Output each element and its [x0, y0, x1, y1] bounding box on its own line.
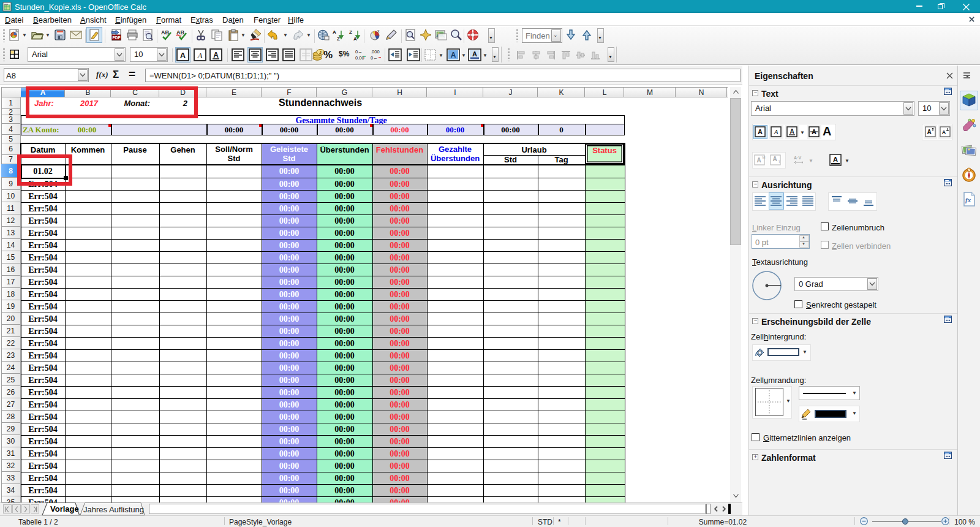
svg-text:fx: fx — [965, 196, 971, 203]
svg-text:A: A — [213, 51, 219, 59]
svg-text:A: A — [833, 156, 838, 163]
svg-text:A: A — [758, 128, 763, 135]
svg-text:AB: AB — [161, 29, 169, 36]
svg-text:0.00: 0.00 — [355, 55, 364, 61]
svg-text:0←: 0← — [371, 55, 378, 61]
svg-text:PDF: PDF — [113, 36, 121, 40]
svg-text:A: A — [927, 129, 931, 135]
svg-text:Z: Z — [349, 29, 352, 35]
svg-text:A: A — [333, 29, 336, 35]
svg-text:A: A — [772, 156, 777, 162]
svg-text:Z: Z — [337, 36, 340, 42]
svg-text:A: A — [774, 128, 778, 135]
svg-text:T: T — [778, 160, 781, 164]
svg-text:M: M — [763, 156, 766, 159]
svg-text:A: A — [942, 129, 946, 135]
svg-text:A: A — [756, 157, 761, 164]
svg-text:0→: 0→ — [355, 49, 363, 55]
svg-text:A: A — [197, 51, 203, 60]
svg-text:A: A — [180, 51, 186, 60]
svg-text:.000: .000 — [371, 49, 380, 55]
svg-text:J: J — [319, 50, 322, 55]
svg-text:A: A — [451, 51, 456, 59]
svg-text:A: A — [472, 50, 477, 58]
svg-text:A·V: A·V — [794, 156, 801, 160]
svg-text:x: x — [377, 29, 380, 33]
svg-text:A: A — [790, 128, 794, 135]
svg-text:N: N — [968, 168, 970, 172]
